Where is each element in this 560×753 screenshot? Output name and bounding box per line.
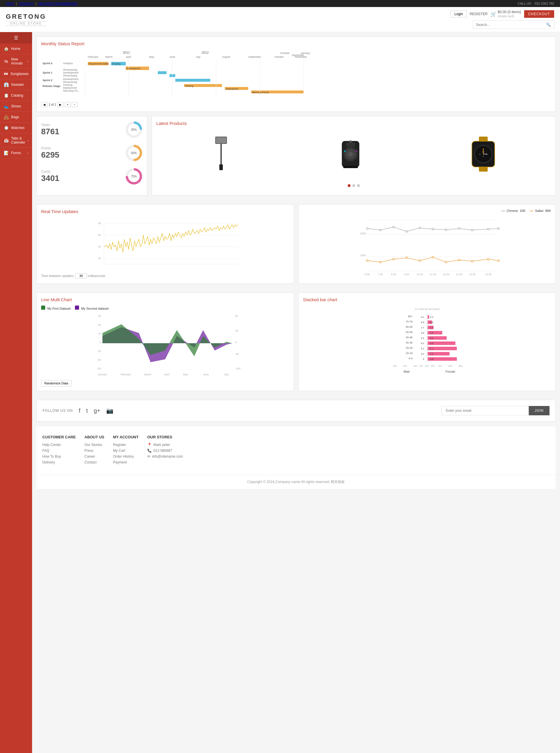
sidebar-item-catalog[interactable]: 📋 Catalog <box>0 90 32 101</box>
svg-text:Showcasing: Showcasing <box>63 74 77 77</box>
time-input[interactable] <box>75 273 87 278</box>
chrome-legend-line <box>501 211 505 211</box>
svg-text:6%: 6% <box>403 365 407 367</box>
sidebar-label-catalog: Catalog <box>11 93 28 97</box>
search-button[interactable]: 🔍 <box>543 21 554 28</box>
sidebar-item-shoes[interactable]: 👟 Shoes <box>0 101 32 112</box>
order-history-link[interactable]: Order History <box>113 455 139 459</box>
svg-text:14.00: 14.00 <box>469 273 475 276</box>
sidebar-label-forms: Forms <box>11 151 28 155</box>
contact-footer-link[interactable]: Contact <box>85 460 104 464</box>
career-link[interactable]: Career <box>85 455 104 459</box>
year-2011-label: 2011 <box>123 51 130 54</box>
sidebar-label-shoes: Shoes <box>11 104 28 108</box>
facebook-icon[interactable]: f <box>79 407 80 414</box>
sidebar-item-watches[interactable]: ⌚ Watches <box>0 122 32 133</box>
time-between-label: Time between updates: milliseconds <box>41 273 289 278</box>
sidebar-item-home[interactable]: 🏠 Home <box>0 43 32 54</box>
dot-3[interactable] <box>357 184 360 187</box>
svg-text:Requirement Gathe...: Requirement Gathe... <box>89 62 111 65</box>
press-link[interactable]: Press <box>85 449 104 453</box>
delivery-footer-link[interactable]: Delivery <box>42 460 76 464</box>
svg-text:60: 60 <box>98 233 101 236</box>
svg-text:5.1: 5.1 <box>421 347 424 350</box>
instagram-icon[interactable]: 📷 <box>106 407 114 414</box>
email-input[interactable] <box>441 406 529 415</box>
delivery-link[interactable]: DELIVERY INFORMATION <box>38 2 77 5</box>
svg-text:0.3: 0.3 <box>430 316 434 318</box>
svg-text:20: 20 <box>98 257 101 260</box>
sidebar-item-forms[interactable]: 📝 Forms › <box>0 148 32 158</box>
how-to-buy-link[interactable]: How To Buy <box>42 455 76 459</box>
stacked-bar-card: Stacked bar chart JS chart by amCharts 8… <box>298 292 556 391</box>
location-icon: 📍 <box>147 443 152 447</box>
our-stories-link[interactable]: Our Stories <box>85 443 104 447</box>
sidebar-item-new-arrivals[interactable]: 🛍 New Arrivals › <box>0 54 32 69</box>
realtime-card: Real Time Updates 80 60 40 20 <box>37 204 294 284</box>
help-center-link[interactable]: Help Center <box>42 443 76 447</box>
product-selfie-stick[interactable] <box>206 135 236 174</box>
svg-text:15-19: 15-19 <box>406 352 413 354</box>
svg-point-112 <box>458 259 460 261</box>
payment-link[interactable]: Payment <box>113 460 139 464</box>
product-speaker[interactable] <box>336 135 365 174</box>
svg-text:Female: Female <box>445 370 455 373</box>
dot-2[interactable] <box>352 184 355 187</box>
search-input[interactable] <box>473 21 543 28</box>
svg-text:4%: 4% <box>413 365 417 367</box>
svg-text:60: 60 <box>98 315 101 317</box>
second-dataset-legend: My Second dataset <box>75 306 108 310</box>
sidebar-item-tabs-calender[interactable]: 📅 Tabs & Calender › <box>0 133 32 148</box>
contact-link[interactable]: CONTACT <box>19 2 34 5</box>
twitter-icon[interactable]: t <box>86 407 88 414</box>
points-stat: Points 6295 50% <box>41 144 143 162</box>
faq-link[interactable]: FAQ <box>42 449 76 453</box>
home-icon: 🏠 <box>3 46 9 51</box>
checkout-button[interactable]: CHECKOUT <box>524 10 554 18</box>
register-button[interactable]: REGISTER <box>469 12 487 16</box>
sidebar-item-sweater[interactable]: 👔 Sweater <box>0 79 32 90</box>
login-button[interactable]: Login <box>451 11 467 18</box>
join-button[interactable]: JOIN <box>529 406 549 415</box>
gantt-prev-button[interactable]: ◀ <box>41 102 47 107</box>
social-bar: FOLLOW US ON f t g+ 📷 JOIN <box>37 400 556 422</box>
svg-text:1000: 1000 <box>360 254 366 257</box>
svg-text:20: 20 <box>235 329 238 332</box>
register-footer-link[interactable]: Register <box>113 443 139 447</box>
svg-text:80: 80 <box>98 222 101 225</box>
svg-text:Analysis: Analysis <box>63 62 73 65</box>
help-link[interactable]: HELP <box>6 2 14 5</box>
gantt-next-button[interactable]: ▶ <box>57 102 64 107</box>
svg-point-103 <box>487 228 489 230</box>
cart-icon: 🛒 <box>491 12 496 17</box>
svg-point-62 <box>349 140 352 143</box>
sidebar: ☰ 🏠 Home 🛍 New Arrivals › 🕶 Sunglasses 👔… <box>0 32 32 753</box>
svg-text:Training: Training <box>185 85 193 87</box>
googleplus-icon[interactable]: g+ <box>94 407 100 414</box>
my-cart-link[interactable]: My Cart <box>113 449 139 453</box>
gantt-zoom-in-button[interactable]: + <box>65 102 71 107</box>
gantt-zoom-out-button[interactable]: − <box>72 102 78 107</box>
product-watch[interactable]: 12 6 9 3 <box>466 135 501 174</box>
sweater-icon: 👔 <box>3 82 9 87</box>
randomize-button[interactable]: Randomize Data <box>41 380 72 386</box>
svg-text:80: 80 <box>235 315 238 317</box>
sidebar-item-bags[interactable]: 👜 Bags <box>0 112 32 122</box>
sidebar-label-home: Home <box>11 47 28 51</box>
stacked-bar-chart: JS chart by amCharts 85+ 75-79 65-69 55-… <box>303 306 551 384</box>
sidebar-toggle[interactable]: ☰ <box>0 32 32 43</box>
svg-text:3.6: 3.6 <box>430 337 434 340</box>
sidebar-item-sunglasses[interactable]: 🕶 Sunglasses <box>0 69 32 79</box>
svg-text:3.2: 3.2 <box>421 352 424 355</box>
svg-text:85+: 85+ <box>408 315 412 318</box>
logo: GRETONG ONLINE STORE <box>6 13 46 26</box>
email-icon: ✉ <box>147 455 150 459</box>
our-stores-title: OUR STORES <box>147 435 183 439</box>
svg-text:Development: Development <box>63 78 79 80</box>
sidebar-label-sunglasses: Sunglasses <box>11 72 28 76</box>
svg-text:0.6: 0.6 <box>430 321 434 324</box>
top-bar-links: HELP | CONTACT | DELIVERY INFORMATION <box>6 2 77 5</box>
svg-text:9: 9 <box>479 153 481 156</box>
dot-1[interactable] <box>348 184 351 187</box>
svg-text:75-79: 75-79 <box>406 320 413 323</box>
